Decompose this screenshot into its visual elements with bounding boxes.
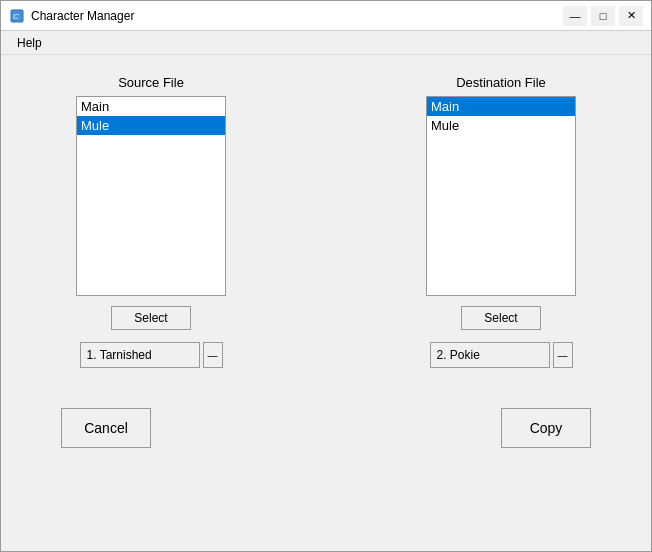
menu-bar: Help: [1, 31, 651, 55]
source-listbox[interactable]: Main Mule: [76, 96, 226, 296]
destination-select-button[interactable]: Select: [461, 306, 541, 330]
main-window: C Character Manager — □ ✕ Help Source Fi…: [0, 0, 652, 552]
source-file-label: Source File: [118, 75, 184, 90]
destination-char-arrow[interactable]: —: [553, 342, 573, 368]
source-file-section: Source File Main Mule Select 1. Tarnishe…: [41, 75, 261, 368]
destination-file-section: Destination File Main Mule Select 2. Pok…: [391, 75, 611, 368]
source-item-main[interactable]: Main: [77, 97, 225, 116]
destination-item-main[interactable]: Main: [427, 97, 575, 116]
help-menu-item[interactable]: Help: [9, 34, 50, 52]
source-char-arrow[interactable]: —: [203, 342, 223, 368]
actions-row: Cancel Copy: [41, 408, 611, 448]
destination-item-mule[interactable]: Mule: [427, 116, 575, 135]
title-bar: C Character Manager — □ ✕: [1, 1, 651, 31]
destination-char-box[interactable]: 2. Pokie: [430, 342, 550, 368]
main-content: Source File Main Mule Select 1. Tarnishe…: [1, 55, 651, 551]
destination-char-selector: 2. Pokie —: [430, 342, 573, 368]
destination-file-label: Destination File: [456, 75, 546, 90]
files-row: Source File Main Mule Select 1. Tarnishe…: [41, 75, 611, 368]
maximize-button[interactable]: □: [591, 6, 615, 26]
source-char-box[interactable]: 1. Tarnished: [80, 342, 200, 368]
app-icon: C: [9, 8, 25, 24]
close-button[interactable]: ✕: [619, 6, 643, 26]
source-char-selector: 1. Tarnished —: [80, 342, 223, 368]
cancel-button[interactable]: Cancel: [61, 408, 151, 448]
window-title: Character Manager: [31, 9, 563, 23]
window-controls: — □ ✕: [563, 6, 643, 26]
minimize-button[interactable]: —: [563, 6, 587, 26]
destination-listbox[interactable]: Main Mule: [426, 96, 576, 296]
copy-button[interactable]: Copy: [501, 408, 591, 448]
svg-text:C: C: [13, 12, 19, 21]
source-item-mule[interactable]: Mule: [77, 116, 225, 135]
source-select-button[interactable]: Select: [111, 306, 191, 330]
